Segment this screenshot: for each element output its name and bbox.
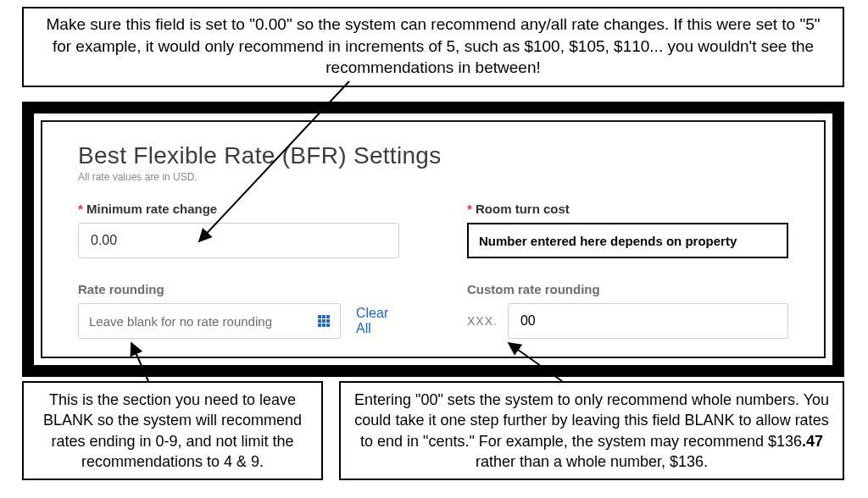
- input-rate-rounding[interactable]: Leave blank for no rate rounding: [78, 303, 341, 339]
- placeholder-rate-rounding: Leave blank for no rate rounding: [89, 314, 272, 329]
- room-turn-cost-note: Number entered here depends on property: [467, 223, 788, 258]
- custom-rounding-prefix: XXX.: [467, 314, 498, 328]
- annotation-bottom-left: This is the section you need to leave BL…: [22, 381, 323, 480]
- field-custom-rate-rounding: Custom rate rounding XXX.: [467, 282, 788, 339]
- clear-all-link[interactable]: Clear All: [356, 306, 399, 336]
- label-rate-rounding: Rate rounding: [78, 282, 399, 296]
- input-custom-rate-rounding[interactable]: [508, 303, 788, 339]
- field-min-rate-change: Minimum rate change: [78, 202, 399, 258]
- grid-icon[interactable]: [318, 315, 330, 327]
- annotation-bottom-right: Entering "00" sets the system to only re…: [339, 381, 844, 480]
- window-frame: Best Flexible Rate (BFR) Settings All ra…: [22, 102, 844, 377]
- label-custom-rate-rounding: Custom rate rounding: [467, 282, 788, 296]
- annotation-br-post: rather than a whole number, $136.: [476, 453, 708, 470]
- label-room-turn-cost: Room turn cost: [467, 202, 788, 216]
- annotation-top: Make sure this field is set to "0.00" so…: [22, 7, 844, 87]
- annotation-br-bold: .47: [802, 433, 823, 450]
- input-min-rate-change[interactable]: [78, 223, 399, 258]
- page-title: Best Flexible Rate (BFR) Settings: [78, 142, 788, 169]
- label-min-rate-change: Minimum rate change: [78, 202, 399, 216]
- page-subtitle: All rate values are in USD.: [78, 171, 788, 183]
- annotation-br-pre: Entering "00" sets the system to only re…: [354, 391, 829, 450]
- field-rate-rounding: Rate rounding Leave blank for no rate ro…: [78, 282, 399, 339]
- field-room-turn-cost: Room turn cost Number entered here depen…: [467, 202, 788, 258]
- settings-panel: Best Flexible Rate (BFR) Settings All ra…: [53, 129, 814, 350]
